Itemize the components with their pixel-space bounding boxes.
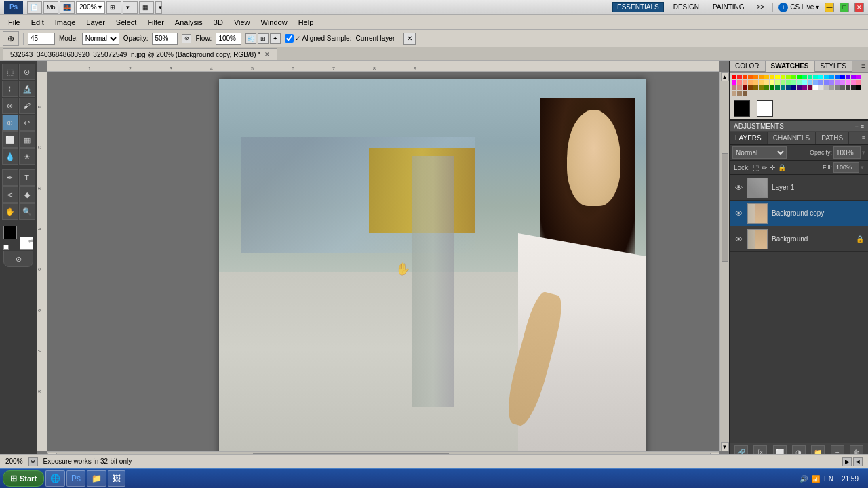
taskbar-app4-btn[interactable]: 🖼 xyxy=(108,470,125,487)
lasso-tool[interactable]: ⊙ xyxy=(19,64,35,80)
swatch-purple[interactable] xyxy=(802,85,807,90)
swatch[interactable] xyxy=(737,75,742,79)
swatch[interactable] xyxy=(818,80,823,85)
aligned-checkbox[interactable] xyxy=(285,34,294,43)
taskbar-lang-icon[interactable]: EN xyxy=(824,475,833,483)
swatch-cyan[interactable] xyxy=(818,75,823,79)
mode-select[interactable]: Normal xyxy=(82,33,119,45)
swatch[interactable] xyxy=(802,80,807,85)
layer-item-layer1[interactable]: 👁 Layer 1 xyxy=(730,175,868,201)
swatch[interactable] xyxy=(840,85,845,90)
layers-opacity-input[interactable] xyxy=(833,146,861,159)
channels-tab[interactable]: CHANNELS xyxy=(768,132,816,144)
blend-btn[interactable]: ✦ xyxy=(270,33,281,44)
cslive-btn[interactable]: CS Live ▾ xyxy=(790,3,819,11)
swatch[interactable] xyxy=(748,75,753,79)
zoom-status-icon[interactable]: ⊕ xyxy=(28,457,38,466)
swatch[interactable] xyxy=(770,80,774,85)
paths-tab[interactable]: PATHS xyxy=(816,132,849,144)
menu-image[interactable]: Image xyxy=(50,17,81,28)
layers-panel-menu-btn[interactable]: ≡ xyxy=(859,132,868,144)
swatch[interactable] xyxy=(808,85,812,90)
swatch[interactable] xyxy=(759,75,764,79)
taskbar-volume-icon[interactable]: 📶 xyxy=(812,475,820,483)
swatches-tab[interactable]: SWATCHES xyxy=(766,61,815,72)
swatch[interactable] xyxy=(856,75,861,79)
photo-canvas[interactable]: ✋ xyxy=(219,79,646,451)
swatch[interactable] xyxy=(737,80,742,85)
swatch[interactable] xyxy=(748,80,753,85)
pen-tool[interactable]: ✒ xyxy=(2,169,18,186)
zoom-dropdown-icon[interactable]: ▾ xyxy=(98,3,102,11)
canvas-viewport[interactable]: ✋ xyxy=(47,72,719,451)
swatch[interactable] xyxy=(770,75,774,79)
swatch-blue[interactable] xyxy=(840,75,845,79)
opacity-pressure-btn[interactable]: ⊘ xyxy=(182,34,191,43)
color-panel-menu-btn[interactable]: ≡ xyxy=(859,61,868,72)
swatch[interactable] xyxy=(764,75,769,79)
vertical-scrollbar[interactable]: ▲ ▼ xyxy=(719,72,729,451)
swatch-tan[interactable] xyxy=(732,91,736,96)
brush-size-input[interactable] xyxy=(28,33,55,45)
swatch[interactable] xyxy=(775,85,780,90)
clone-stamp-tool[interactable]: ⊕ xyxy=(2,115,18,131)
taskbar-ps-btn[interactable]: Ps xyxy=(66,470,85,487)
swatch-black[interactable] xyxy=(856,85,861,90)
v-scroll-up-btn[interactable]: ▲ xyxy=(721,72,729,81)
bridge-btn[interactable]: 🌉 xyxy=(60,1,75,14)
swatch[interactable] xyxy=(737,91,742,96)
menu-analysis[interactable]: Analysis xyxy=(170,17,208,28)
taskbar-folder-btn[interactable]: 📁 xyxy=(87,470,106,487)
swatch[interactable] xyxy=(856,80,861,85)
swatch[interactable] xyxy=(753,85,758,90)
arrange-drop-btn[interactable]: ▾ xyxy=(155,1,162,14)
gradient-tool[interactable]: ▦ xyxy=(19,131,35,148)
swatch[interactable] xyxy=(748,85,753,90)
timeline-btn[interactable]: ◄ xyxy=(853,457,863,466)
swatch[interactable] xyxy=(764,85,769,90)
new-file-btn[interactable]: 📄 xyxy=(27,1,42,14)
play-btn[interactable]: ▶ xyxy=(842,457,852,466)
swatch[interactable] xyxy=(743,80,747,85)
swatch[interactable] xyxy=(846,75,850,79)
bg-visibility-btn[interactable]: 👁 xyxy=(734,235,743,244)
zoom-tool[interactable]: 🔍 xyxy=(19,203,35,220)
marquee-tool[interactable]: ⬚ xyxy=(2,64,18,80)
swatch[interactable] xyxy=(813,75,818,79)
swatch[interactable] xyxy=(846,85,850,90)
eyedropper-tool[interactable]: 🔬 xyxy=(19,81,35,97)
taskbar-ie-btn[interactable]: 🌐 xyxy=(45,470,65,487)
color-tab[interactable]: COLOR xyxy=(730,61,766,72)
menu-filter[interactable]: Filter xyxy=(142,17,169,28)
taskbar-network-icon[interactable]: 🔊 xyxy=(800,475,808,483)
layer1-visibility-btn[interactable]: 👁 xyxy=(734,183,743,192)
swatch[interactable] xyxy=(835,80,840,85)
swatch[interactable] xyxy=(829,85,834,90)
v-scroll-track[interactable] xyxy=(722,81,728,442)
dodge-tool[interactable]: ☀ xyxy=(19,148,35,165)
swatch[interactable] xyxy=(802,75,807,79)
layers-tab[interactable]: LAYERS xyxy=(730,132,768,144)
open-btn[interactable]: Mb xyxy=(43,1,58,14)
crop-tool[interactable]: ⊹ xyxy=(2,81,18,97)
swatch[interactable] xyxy=(835,75,840,79)
lock-transparent-btn[interactable]: ⬚ xyxy=(753,164,759,171)
cancel-healing-btn[interactable]: ✕ xyxy=(403,33,416,45)
swatch[interactable] xyxy=(824,75,829,79)
essentials-tab[interactable]: ESSENTIALS xyxy=(612,2,664,12)
swatch-teal[interactable] xyxy=(781,85,785,90)
swatch[interactable] xyxy=(829,80,834,85)
foreground-color-btn[interactable] xyxy=(3,226,17,239)
swatch-navy[interactable] xyxy=(791,85,796,90)
history-brush-tool[interactable]: ↩ xyxy=(19,115,35,131)
styles-tab[interactable]: STYLES xyxy=(815,61,852,72)
swatch[interactable] xyxy=(851,80,856,85)
layer-item-bg-copy[interactable]: 👁 Background copy xyxy=(730,201,868,226)
swatch-green[interactable] xyxy=(797,75,802,79)
swatch-gray[interactable] xyxy=(835,85,840,90)
opacity-dropdown-btn[interactable]: ▾ xyxy=(862,149,865,156)
adjustments-menu-btn[interactable]: ≡ xyxy=(861,123,864,130)
default-colors-btn[interactable] xyxy=(3,245,9,250)
menu-layer[interactable]: Layer xyxy=(81,17,111,28)
lock-pixels-btn[interactable]: ✏ xyxy=(762,164,767,171)
